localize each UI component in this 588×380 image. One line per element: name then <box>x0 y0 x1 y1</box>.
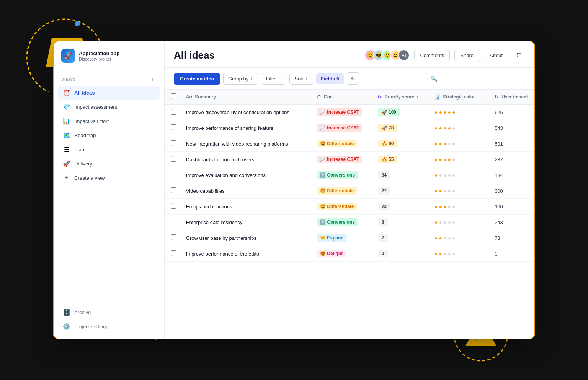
impact-vs-effort-icon: 📊 <box>63 118 70 125</box>
settings-icon: ⚙️ <box>63 323 70 330</box>
sort-button[interactable]: Sort + <box>289 73 313 85</box>
about-button[interactable]: About <box>484 50 508 61</box>
create-view-label: Create a view <box>74 175 105 181</box>
toolbar: Create an idea Group by + Filter + Sort … <box>165 68 534 90</box>
sidebar-item-plan[interactable]: ☰ Plan <box>58 143 160 156</box>
ideas-tbody: Improve discoverability of configuration… <box>165 105 534 262</box>
filter-button[interactable]: Filter + <box>261 73 286 85</box>
row-impact-7: 100 <box>488 199 534 215</box>
row-checkbox-1[interactable] <box>171 109 176 115</box>
row-goal-4: 📈 Increase CSAT <box>311 152 372 167</box>
row-impact-3: 501 <box>488 136 534 152</box>
delivery-icon: 🚀 <box>63 160 70 167</box>
row-impact-5: 434 <box>488 167 534 183</box>
row-checkbox-10[interactable] <box>171 250 176 256</box>
select-all-checkbox[interactable] <box>171 93 176 99</box>
sidebar-item-impact-assessment[interactable]: 💎 Impact assessment <box>58 100 160 114</box>
main-card: 🚀 Appreciation app Discovery project VIE… <box>53 41 535 339</box>
row-score-4: 🔥 55 <box>372 152 428 167</box>
create-view-icon: + <box>63 174 70 181</box>
row-goal-10: 😍 Delight <box>311 246 372 262</box>
row-check-8 <box>165 215 180 230</box>
all-ideas-icon: ⏰ <box>63 89 70 97</box>
sidebar-item-create-view[interactable]: + Create a view <box>58 171 160 184</box>
app-info: Appreciation app Discovery project <box>79 51 119 61</box>
ideas-table: Aα Summary ⊙ Goal fx Priority score ↓ <box>165 90 534 262</box>
table-row: Enterprise data residency ⬆️ Conversions… <box>165 215 534 230</box>
table-row: Improve evaluation and conversions ⬆️ Co… <box>165 167 534 183</box>
search-input[interactable] <box>440 76 520 82</box>
table-row: Video capabilities 🤩 Differentiate 27 ●●… <box>165 183 534 199</box>
row-impact-4: 287 <box>488 152 534 167</box>
impact-assessment-label: Impact assessment <box>74 104 117 110</box>
comments-button[interactable]: Comments <box>414 50 450 61</box>
row-goal-3: 🤩 Differentiate <box>311 136 372 152</box>
row-impact-8: 243 <box>488 215 534 230</box>
sidebar-item-delivery[interactable]: 🚀 Delivery <box>58 157 160 170</box>
delivery-label: Delivery <box>74 161 92 167</box>
row-check-6 <box>165 183 180 199</box>
row-score-5: 34 <box>372 167 428 183</box>
row-summary-9: Grow user base by partnerships <box>180 230 311 246</box>
row-score-3: 🔥 60 <box>372 136 428 152</box>
row-impact-6: 300 <box>488 183 534 199</box>
table-header: Aα Summary ⊙ Goal fx Priority score ↓ <box>165 90 534 105</box>
sidebar-item-all-ideas[interactable]: ⏰ All ideas <box>58 86 160 100</box>
project-settings-label: Project settings <box>74 324 108 329</box>
row-checkbox-5[interactable] <box>171 172 176 177</box>
row-score-10: 0 <box>372 246 428 262</box>
table-row: Emojis and reactions 🤩 Differentiate 23 … <box>165 199 534 215</box>
row-checkbox-6[interactable] <box>171 187 176 193</box>
sidebar-nav: VIEWS + ⏰ All ideas 💎 Impact assessment … <box>54 69 164 188</box>
expand-button[interactable] <box>513 49 525 61</box>
share-button[interactable]: Share <box>454 50 479 61</box>
add-view-button[interactable]: + <box>149 75 157 83</box>
fields-button[interactable]: Fields 5 <box>316 73 344 84</box>
refresh-button[interactable]: ↻ <box>347 72 359 85</box>
roadmap-label: Roadmap <box>74 133 96 138</box>
row-impact-10: 0 <box>488 246 534 262</box>
group-by-button[interactable]: Group by + <box>223 73 258 85</box>
app-name: Appreciation app <box>79 51 119 57</box>
create-idea-button[interactable]: Create an idea <box>174 73 220 85</box>
sidebar-bottom: 🗄️ Archive ⚙️ Project settings <box>54 301 164 339</box>
col-strategic-value[interactable]: 📊 Strategic value <box>428 90 488 105</box>
row-checkbox-9[interactable] <box>171 234 176 240</box>
row-checkbox-3[interactable] <box>171 140 176 146</box>
row-checkbox-4[interactable] <box>171 156 176 162</box>
plan-icon: ☰ <box>63 146 70 153</box>
row-checkbox-2[interactable] <box>171 124 176 130</box>
row-checkbox-8[interactable] <box>171 219 176 224</box>
sidebar-item-roadmap[interactable]: 🗺️ Roadmap <box>58 129 160 142</box>
row-strategic-4: ●●●●● <box>428 152 488 167</box>
header-right: 😊 😎 🙂 😄 +3 Comments Share About <box>364 49 525 61</box>
sidebar-item-project-settings[interactable]: ⚙️ Project settings <box>58 320 160 333</box>
sidebar-section-header: VIEWS + <box>58 75 160 86</box>
sidebar-item-archive[interactable]: 🗄️ Archive <box>58 306 160 319</box>
table-row: Dashboards for non-tech users 📈 Increase… <box>165 152 534 167</box>
row-score-1: 🚀 100 <box>372 105 428 120</box>
views-label: VIEWS <box>61 77 76 82</box>
archive-icon: 🗄️ <box>63 309 70 316</box>
row-check-5 <box>165 167 180 183</box>
table-row: Improve performance of the editor 😍 Deli… <box>165 246 534 262</box>
row-summary-1: Improve discoverability of configuration… <box>180 105 311 120</box>
row-score-6: 27 <box>372 183 428 199</box>
col-user-impact[interactable]: fx User impact <box>488 90 534 105</box>
row-strategic-8: ●●●●● <box>428 215 488 230</box>
sidebar-item-impact-vs-effort[interactable]: 📊 Impact vs Effort <box>58 115 160 128</box>
search-icon: 🔍 <box>431 75 437 82</box>
col-goal[interactable]: ⊙ Goal <box>311 90 372 105</box>
col-summary[interactable]: Aα Summary <box>180 90 311 105</box>
row-goal-2: 📈 Increase CSAT <box>311 120 372 136</box>
table-row: New integration with video resharing pla… <box>165 136 534 152</box>
avatar-count: +3 <box>398 49 410 61</box>
col-priority-score[interactable]: fx Priority score ↓ <box>372 90 428 105</box>
impact-vs-effort-label: Impact vs Effort <box>74 118 109 124</box>
row-summary-2: Improve performance of sharing feature <box>180 120 311 136</box>
row-check-7 <box>165 199 180 215</box>
app-icon: 🚀 <box>61 49 75 63</box>
row-strategic-3: ●●●●● <box>428 136 488 152</box>
row-check-10 <box>165 246 180 262</box>
row-checkbox-7[interactable] <box>171 203 176 209</box>
